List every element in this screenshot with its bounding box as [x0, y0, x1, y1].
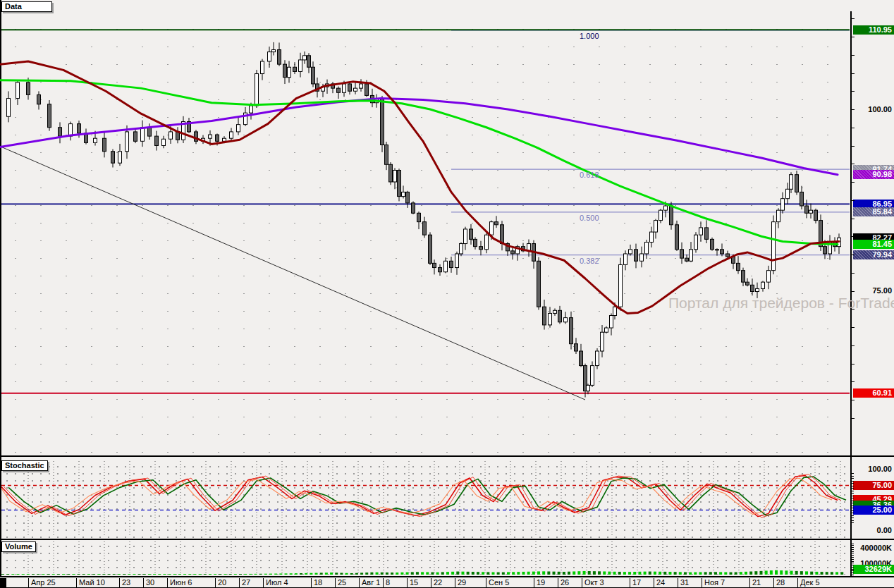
- volume-bar: [310, 573, 312, 575]
- axis-tick: [852, 506, 854, 506]
- volume-panel-button[interactable]: Volume: [1, 541, 36, 552]
- volume-bar: [532, 572, 535, 575]
- date-tick: [311, 578, 312, 587]
- date-label: Сен 5: [489, 578, 509, 587]
- volume-bar: [689, 572, 692, 575]
- axis-tick: [852, 501, 854, 501]
- volume-bar: [153, 574, 156, 575]
- volume-bar: [381, 572, 384, 575]
- price-axis-label: 81.45: [853, 240, 894, 249]
- volume-bar: [633, 572, 636, 575]
- axis-tick: [852, 476, 854, 477]
- axis-tick: [852, 128, 855, 128]
- trading-chart-window: Портал для трейдеров - ForTrader.ru Data…: [0, 0, 894, 588]
- date-tick: [630, 578, 630, 587]
- volume-bar: [754, 571, 757, 575]
- date-tick: [773, 578, 774, 587]
- axis-tick: [852, 488, 854, 489]
- volume-bar: [37, 574, 39, 575]
- volume-bar: [214, 574, 216, 575]
- volume-bar: [72, 574, 75, 575]
- volume-bar: [770, 570, 773, 575]
- candle-body: [587, 385, 590, 391]
- candle-body: [619, 264, 623, 307]
- candle-body: [726, 254, 730, 257]
- candle-body: [125, 132, 129, 152]
- date-tick: [678, 578, 678, 587]
- data-window-button[interactable]: Data: [1, 1, 52, 12]
- date-label: 27: [242, 578, 250, 587]
- date-tick: [654, 578, 654, 587]
- stochastic-canvas[interactable]: [0, 460, 851, 539]
- candle-body: [781, 199, 785, 210]
- candle-body: [659, 210, 663, 220]
- axis-tick: [852, 473, 854, 474]
- volume-bar: [785, 570, 788, 575]
- candle-body: [111, 152, 115, 163]
- candle-body: [570, 318, 573, 344]
- candle-body: [543, 307, 546, 325]
- volume-bar: [699, 572, 702, 575]
- candle-body: [705, 228, 709, 239]
- volume-bar: [360, 572, 363, 575]
- candle-body: [27, 82, 30, 95]
- volume-canvas[interactable]: [0, 540, 851, 575]
- candle-body: [417, 213, 421, 221]
- volume-bar: [638, 572, 641, 575]
- volume-bar: [613, 572, 616, 575]
- volume-bar: [831, 572, 833, 575]
- volume-bar: [800, 571, 803, 575]
- candle-body: [711, 239, 714, 249]
- price-chart-canvas[interactable]: [0, 0, 851, 455]
- axis-tick: [852, 493, 854, 494]
- axis-tick: [852, 164, 855, 164]
- candle-body: [209, 135, 212, 138]
- volume-bar: [735, 572, 737, 575]
- volume-bar: [810, 572, 813, 575]
- candle-body: [767, 271, 771, 282]
- volume-bar: [193, 574, 196, 575]
- volume-bar: [300, 573, 302, 575]
- volume-bar: [163, 574, 166, 575]
- axis-tick: [852, 555, 854, 556]
- volume-bar: [169, 574, 171, 575]
- candle-body: [37, 94, 41, 104]
- date-tick: [749, 578, 750, 587]
- candle-body: [756, 288, 759, 291]
- volume-bar: [558, 572, 561, 575]
- candle-body: [398, 171, 401, 197]
- date-tick: [455, 578, 455, 587]
- date-label: 29: [458, 578, 466, 587]
- axis-tick: [852, 486, 854, 486]
- date-tick: [534, 578, 534, 587]
- volume-bar: [320, 572, 323, 575]
- volume-bar: [416, 572, 419, 575]
- date-label: 8: [386, 578, 390, 587]
- volume-bar: [547, 572, 550, 575]
- candle-body: [439, 268, 442, 272]
- volume-bar: [436, 572, 439, 575]
- candle-body: [337, 88, 341, 92]
- axis-tick: [852, 219, 855, 219]
- date-tick: [215, 578, 216, 587]
- date-tick: [431, 578, 431, 587]
- candle-body: [761, 282, 765, 288]
- volume-bar: [229, 574, 232, 575]
- candle-body: [237, 125, 240, 132]
- date-tick: [119, 578, 120, 587]
- volume-bar: [826, 572, 828, 575]
- date-label: 25: [338, 578, 346, 587]
- volume-bar: [158, 574, 161, 575]
- volume-bar: [97, 574, 100, 575]
- candle-body: [772, 222, 776, 271]
- candle-body: [645, 242, 649, 253]
- candle-body: [549, 313, 552, 324]
- volume-bar: [411, 572, 414, 575]
- volume-bar: [22, 574, 25, 575]
- candle-body: [433, 263, 436, 267]
- volume-bar: [795, 571, 798, 575]
- axis-tick: [852, 327, 855, 328]
- candle-body: [455, 254, 459, 268]
- stochastic-panel-button[interactable]: Stochastic: [1, 460, 48, 471]
- candle-body: [360, 84, 363, 88]
